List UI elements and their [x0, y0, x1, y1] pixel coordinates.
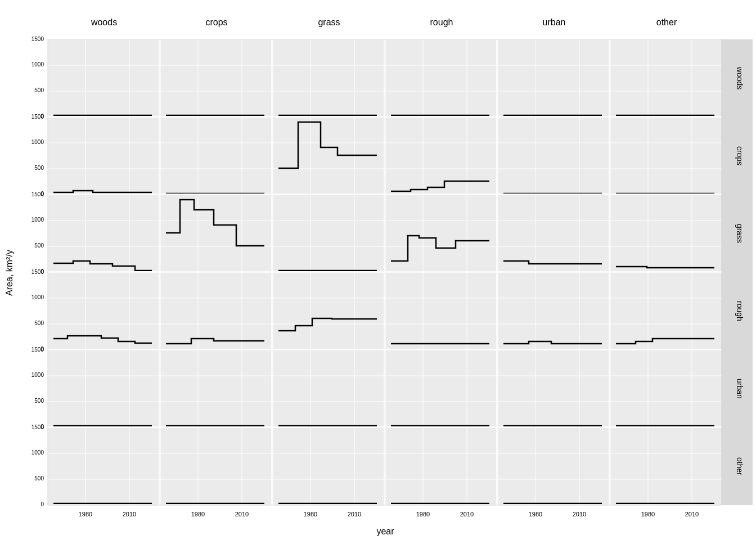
- col-header-woods: woods: [91, 17, 117, 27]
- row-label-crops: crops: [735, 146, 744, 165]
- svg-rect-38: [160, 39, 273, 117]
- ytick-r4-1000: 1000: [32, 372, 44, 378]
- ytick-r2-1000: 1000: [32, 217, 44, 223]
- svg-rect-48: [610, 117, 723, 195]
- svg-rect-64: [385, 350, 498, 428]
- ytick-r2-1500: 1500: [32, 191, 44, 197]
- svg-rect-65: [498, 350, 610, 428]
- svg-rect-42: [610, 39, 723, 117]
- svg-rect-39: [273, 39, 385, 117]
- svg-rect-41: [498, 39, 610, 117]
- svg-rect-68: [160, 428, 273, 505]
- row-label-urban: urban: [735, 379, 744, 399]
- col-header-urban: urban: [543, 17, 566, 27]
- svg-rect-67: [48, 428, 160, 505]
- svg-rect-40: [385, 39, 498, 117]
- xtick-c0-1980: 1980: [79, 511, 92, 518]
- ytick-r5-0: 0: [40, 501, 44, 507]
- xtick-c2-1980: 1980: [304, 511, 317, 518]
- svg-rect-59: [498, 272, 610, 350]
- ytick-r3-1500: 1500: [32, 269, 44, 275]
- row-label-rough: rough: [735, 301, 744, 321]
- ytick-r0-500: 500: [34, 87, 44, 93]
- svg-rect-46: [385, 117, 498, 195]
- y-axis-label: Area, km²/y: [4, 250, 14, 296]
- col-header-other: other: [656, 17, 677, 27]
- svg-rect-63: [273, 350, 385, 428]
- col-header-rough: rough: [430, 17, 453, 27]
- xtick-c3-1980: 1980: [416, 511, 430, 518]
- svg-rect-54: [610, 195, 723, 272]
- ytick-r2-500: 500: [34, 242, 44, 249]
- ytick-r5-500: 500: [34, 475, 44, 482]
- ytick-r0-1500: 1500: [32, 36, 44, 42]
- xtick-c4-1980: 1980: [529, 511, 542, 518]
- svg-rect-43: [48, 117, 160, 195]
- col-header-grass: grass: [318, 17, 340, 27]
- svg-rect-62: [160, 350, 273, 428]
- row-label-other: other: [735, 457, 744, 475]
- xtick-c0-2010: 2010: [123, 511, 136, 518]
- xtick-c1-1980: 1980: [191, 511, 205, 518]
- row-label-woods: woods: [735, 66, 744, 89]
- ytick-r5-1500: 1500: [32, 424, 44, 430]
- svg-rect-47: [498, 117, 610, 195]
- svg-rect-44: [160, 117, 273, 195]
- svg-rect-58: [385, 272, 498, 350]
- ytick-r4-1500: 1500: [32, 346, 44, 353]
- xtick-c5-2010: 2010: [685, 511, 699, 518]
- col-header-crops: crops: [205, 17, 227, 27]
- ytick-r5-1000: 1000: [32, 449, 44, 456]
- svg-rect-51: [273, 195, 385, 272]
- ytick-r1-1500: 1500: [32, 114, 44, 120]
- svg-rect-57: [273, 272, 385, 350]
- xtick-c2-2010: 2010: [348, 511, 361, 518]
- row-label-grass: grass: [735, 224, 744, 243]
- ytick-r4-500: 500: [34, 398, 44, 404]
- svg-rect-66: [610, 350, 723, 428]
- svg-rect-56: [160, 272, 273, 350]
- svg-rect-69: [273, 428, 385, 505]
- ytick-r3-500: 500: [34, 320, 44, 326]
- svg-rect-71: [498, 428, 610, 505]
- svg-rect-61: [48, 350, 160, 428]
- ytick-r1-1000: 1000: [32, 139, 44, 145]
- ytick-r1-500: 500: [34, 165, 44, 171]
- ytick-r3-1000: 1000: [32, 294, 44, 300]
- svg-rect-49: [48, 195, 160, 272]
- xtick-c3-2010: 2010: [460, 511, 474, 518]
- svg-rect-70: [385, 428, 498, 505]
- xtick-c5-1980: 1980: [641, 511, 655, 518]
- chart-container: woods crops grass rough urban other Area…: [0, 0, 756, 540]
- x-axis-label: year: [376, 526, 394, 536]
- svg-rect-37: [48, 39, 160, 117]
- ytick-r0-1000: 1000: [32, 61, 44, 68]
- xtick-c1-2010: 2010: [235, 511, 249, 518]
- svg-rect-72: [610, 428, 723, 505]
- xtick-c4-2010: 2010: [573, 511, 586, 518]
